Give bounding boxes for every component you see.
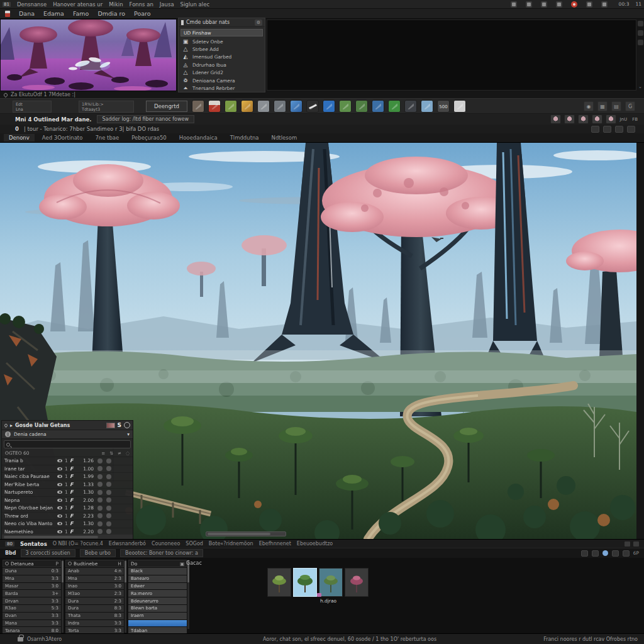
counter-500-icon[interactable]: 500	[437, 100, 450, 113]
robot-tool-icon[interactable]	[257, 100, 270, 113]
list-item[interactable]: Banearo	[128, 575, 187, 582]
outliner-row[interactable]: Naiec ciba Pauraae1F1.99	[2, 473, 133, 481]
outliner-row[interactable]: Trania b1F1.26	[2, 457, 133, 465]
list-item[interactable]: Dura8:3	[65, 605, 124, 612]
asset-thumbnail-3[interactable]	[319, 568, 343, 597]
scale-icon[interactable]	[615, 126, 623, 133]
snap-icon[interactable]	[591, 126, 599, 133]
options-icon[interactable]	[106, 490, 111, 495]
material-icon-3[interactable]	[578, 114, 589, 124]
menu2-item-4[interactable]: Dmdia ro	[97, 10, 125, 17]
visibility-icon[interactable]	[57, 467, 62, 470]
lock-icon[interactable]	[97, 458, 103, 464]
settings-icon[interactable]	[623, 550, 630, 557]
visibility-icon[interactable]	[57, 475, 62, 478]
list-view-icon[interactable]	[592, 550, 599, 557]
list-item[interactable]: Edwer	[128, 583, 187, 590]
menu-item-1[interactable]: Densnanse	[17, 1, 47, 8]
refresh-icon[interactable]	[638, 30, 643, 36]
outliner-row[interactable]: Nartupereto1F1.30	[2, 489, 133, 497]
visibility-icon[interactable]	[57, 506, 62, 509]
breadcrumb-root[interactable]: Bbd	[5, 550, 16, 556]
visibility-icon[interactable]	[57, 522, 62, 525]
close-icon[interactable]	[633, 541, 639, 547]
tab-perspective[interactable]: Denonv	[4, 134, 35, 142]
outliner-row[interactable]: Neeo cio Viba Nanto1F1.30	[2, 520, 133, 528]
lock-icon[interactable]	[97, 506, 103, 511]
list-item[interactable]: Mana3:3	[3, 620, 61, 627]
options-icon[interactable]	[106, 458, 111, 464]
breadcrumb-seg-2[interactable]: Bebe urbo	[80, 549, 116, 557]
lock-icon[interactable]	[97, 497, 103, 502]
collapse-icon[interactable]	[638, 21, 643, 26]
list-item[interactable]: Thata8:3	[65, 613, 124, 619]
map-tool-icon[interactable]	[421, 100, 433, 113]
sync-icon[interactable]	[541, 1, 547, 8]
create-item-select-object[interactable]: ▣Sdetev Onbe	[179, 38, 265, 45]
outliner-row[interactable]: Nepna1F2.00	[2, 497, 133, 505]
outliner-row[interactable]: Irane tar1F1.00	[2, 465, 133, 474]
foliage-tool-icon[interactable]	[339, 100, 352, 113]
paint-icon[interactable]: F	[70, 489, 79, 495]
lock-icon[interactable]	[97, 474, 103, 479]
options-icon[interactable]	[106, 521, 111, 526]
spray-tool-icon[interactable]	[225, 100, 237, 113]
list-item[interactable]: Dvan3:3	[3, 613, 61, 619]
shield-icon[interactable]	[586, 1, 592, 8]
move-icon[interactable]	[627, 126, 635, 133]
grid-view-icon[interactable]: ▦	[597, 101, 608, 111]
options-icon[interactable]	[106, 506, 111, 511]
outliner-titlebar[interactable]: ▸ Gosde Ualw Getans S	[2, 421, 133, 430]
material-icon-1[interactable]	[550, 114, 561, 124]
list-item[interactable]: Ra:menro	[128, 590, 187, 597]
list-item[interactable]: Mna3:3	[3, 575, 61, 582]
paint-icon[interactable]: F	[70, 474, 79, 479]
material-icon-2[interactable]	[564, 114, 575, 124]
info-icon[interactable]	[602, 550, 608, 556]
clock-icon[interactable]	[526, 1, 532, 8]
panel2-scrollbar[interactable]	[125, 560, 126, 633]
wrench-tool-icon[interactable]	[274, 100, 286, 113]
settings-icon[interactable]	[601, 1, 608, 8]
datagrid-button[interactable]: Deengrtd	[146, 101, 187, 112]
list-item[interactable]: R3ao5:3	[3, 605, 61, 612]
tab-console-5[interactable]: Bote«?ridnemöon	[209, 541, 253, 547]
breadcrumb-path[interactable]: Sadder log: /ltd fiber nanoc fowew	[97, 115, 194, 123]
create-panel-selected-row[interactable]: UD Finshaw	[180, 29, 263, 36]
material-icon-5[interactable]	[606, 114, 616, 124]
image-icon[interactable]	[556, 1, 562, 8]
list-item[interactable]: M3ao2:3	[65, 590, 124, 597]
record-icon[interactable]	[571, 1, 577, 8]
knife-tool-icon[interactable]	[306, 100, 319, 113]
expand-icon[interactable]: ▾	[127, 431, 130, 437]
options-icon[interactable]	[106, 474, 111, 479]
tab-timeline[interactable]: Tlmddutna	[225, 134, 264, 142]
panel3-header[interactable]: Do▣	[128, 560, 187, 567]
brush-tool-icon[interactable]	[323, 100, 335, 113]
breadcrumb-seg-1[interactable]: 3 coroccti soutien	[21, 549, 75, 557]
menu-item-6[interactable]: Siglun alec	[180, 1, 209, 8]
asset-thumbnail-1[interactable]	[267, 568, 291, 597]
tab-console-2[interactable]: Edwsnanderbó	[109, 541, 146, 547]
tab-console-4[interactable]: SOGod	[186, 541, 203, 547]
thumbnail-view-icon[interactable]	[612, 550, 619, 557]
search-input[interactable]	[12, 441, 119, 447]
visibility-icon[interactable]	[57, 514, 62, 518]
tab-console-6[interactable]: Ebefhnnenet	[259, 541, 291, 547]
list-item[interactable]: Iraern	[128, 613, 187, 619]
refresh-icon[interactable]	[124, 422, 130, 428]
edit-mode-buttons[interactable]: EdtLna	[13, 101, 52, 113]
list-item[interactable]: Indra3:3	[65, 620, 124, 627]
menu2-item-3[interactable]: Famo	[73, 10, 89, 17]
list-item[interactable]: Barda3+	[3, 590, 61, 597]
axe-tool-icon[interactable]	[192, 100, 204, 113]
list-item-selected[interactable]	[128, 620, 187, 627]
panel2-header[interactable]: BudtinebeH	[65, 560, 124, 567]
paint-icon[interactable]: F	[70, 529, 79, 535]
tab-terrain[interactable]: 7ne tbae	[90, 134, 124, 142]
options-icon[interactable]	[106, 497, 111, 502]
tab-coordinates[interactable]: Aed 3Oortinato	[37, 134, 88, 142]
create-item-insert-object[interactable]: ◭Imensud Garbed	[179, 53, 265, 61]
outliner-row[interactable]: Threw ord1F2.23	[2, 513, 133, 521]
lock-icon[interactable]	[97, 466, 103, 471]
